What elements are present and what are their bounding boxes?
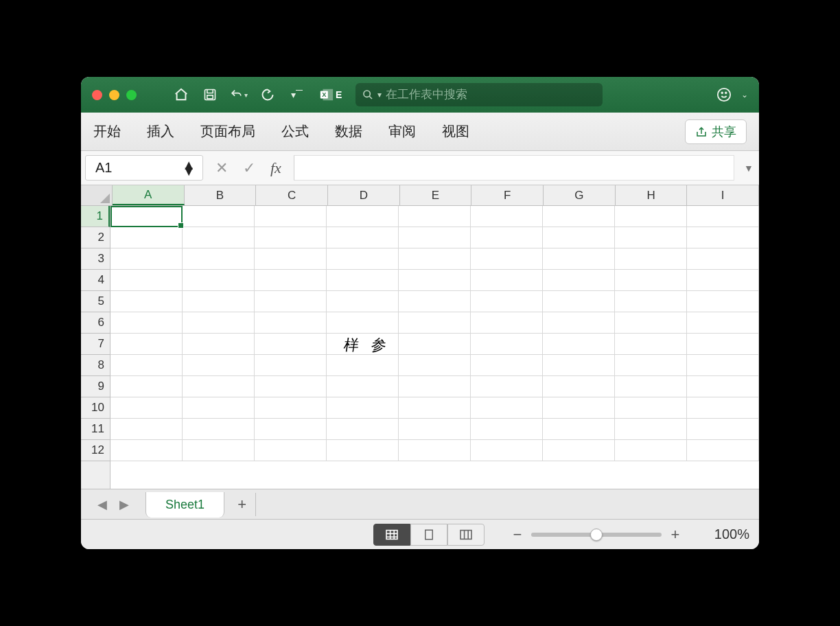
cell[interactable] bbox=[687, 291, 759, 312]
cell[interactable] bbox=[687, 440, 759, 461]
row-header-7[interactable]: 7 bbox=[81, 334, 110, 355]
cell[interactable] bbox=[687, 334, 759, 355]
cell[interactable] bbox=[471, 419, 543, 440]
cell[interactable] bbox=[327, 312, 399, 334]
cell[interactable] bbox=[327, 419, 399, 440]
cell[interactable] bbox=[399, 270, 471, 291]
undo-button[interactable]: ▾ bbox=[230, 86, 248, 104]
cell[interactable] bbox=[615, 248, 687, 270]
cell[interactable] bbox=[255, 440, 327, 461]
cell[interactable] bbox=[327, 291, 399, 312]
cell[interactable] bbox=[615, 270, 687, 291]
col-header-E[interactable]: E bbox=[400, 185, 472, 205]
cell[interactable] bbox=[399, 355, 471, 376]
cell[interactable] bbox=[687, 248, 759, 270]
col-header-H[interactable]: H bbox=[616, 185, 688, 205]
cell[interactable] bbox=[471, 355, 543, 376]
cell[interactable] bbox=[471, 440, 543, 461]
col-header-G[interactable]: G bbox=[544, 185, 616, 205]
cell[interactable] bbox=[255, 227, 327, 248]
cell[interactable] bbox=[327, 248, 399, 270]
formula-expand-button[interactable]: ▼ bbox=[738, 151, 759, 185]
cell[interactable] bbox=[399, 312, 471, 334]
cell[interactable] bbox=[255, 397, 327, 419]
cell[interactable] bbox=[615, 419, 687, 440]
cell[interactable] bbox=[327, 206, 399, 227]
cell[interactable] bbox=[183, 248, 255, 270]
quick-access-more-icon[interactable]: ▾ bbox=[288, 86, 305, 104]
cell[interactable] bbox=[110, 206, 183, 227]
cell[interactable] bbox=[183, 440, 255, 461]
cell[interactable] bbox=[615, 334, 687, 355]
row-header-5[interactable]: 5 bbox=[81, 291, 110, 312]
row-header-6[interactable]: 6 bbox=[81, 312, 110, 334]
feedback-dropdown-icon[interactable]: ⌄ bbox=[741, 90, 748, 100]
cell[interactable] bbox=[687, 376, 759, 397]
row-header-10[interactable]: 10 bbox=[81, 397, 110, 419]
cell[interactable] bbox=[183, 291, 255, 312]
cell[interactable] bbox=[183, 419, 255, 440]
tab-data[interactable]: 数据 bbox=[335, 122, 362, 141]
wordart-text[interactable]: 样 参 bbox=[342, 335, 392, 356]
cell[interactable] bbox=[543, 206, 615, 227]
cell[interactable] bbox=[110, 376, 183, 397]
cell[interactable] bbox=[327, 227, 399, 248]
cell[interactable] bbox=[471, 227, 543, 248]
select-all-corner[interactable] bbox=[81, 185, 113, 205]
zoom-level-label[interactable]: 100% bbox=[701, 526, 749, 542]
cell[interactable] bbox=[471, 312, 543, 334]
cell[interactable] bbox=[255, 248, 327, 270]
cell[interactable] bbox=[399, 440, 471, 461]
cell[interactable] bbox=[687, 355, 759, 376]
cell[interactable] bbox=[543, 419, 615, 440]
search-input[interactable] bbox=[386, 88, 596, 102]
cell[interactable] bbox=[687, 419, 759, 440]
zoom-slider[interactable] bbox=[531, 533, 662, 537]
tab-insert[interactable]: 插入 bbox=[147, 122, 174, 141]
cell[interactable] bbox=[615, 440, 687, 461]
cell[interactable] bbox=[615, 397, 687, 419]
cell[interactable] bbox=[110, 270, 183, 291]
formula-input[interactable] bbox=[294, 155, 734, 181]
cell[interactable] bbox=[327, 376, 399, 397]
row-header-8[interactable]: 8 bbox=[81, 355, 110, 376]
cell[interactable] bbox=[543, 270, 615, 291]
cell[interactable] bbox=[687, 312, 759, 334]
tab-home[interactable]: 开始 bbox=[93, 122, 121, 141]
view-normal-button[interactable] bbox=[373, 524, 410, 546]
sheet-next-button[interactable]: ▶ bbox=[119, 497, 129, 512]
cell[interactable] bbox=[183, 206, 255, 227]
name-box-steppers[interactable]: ▲ ▼ bbox=[182, 162, 196, 174]
fx-label[interactable]: fx bbox=[270, 159, 281, 177]
cell[interactable] bbox=[110, 334, 183, 355]
sheet-prev-button[interactable]: ◀ bbox=[97, 497, 107, 512]
cell[interactable] bbox=[687, 227, 759, 248]
cell[interactable] bbox=[183, 376, 255, 397]
row-header-11[interactable]: 11 bbox=[81, 419, 110, 440]
stepper-down-icon[interactable]: ▼ bbox=[182, 168, 196, 174]
accept-formula-button[interactable]: ✓ bbox=[243, 159, 255, 177]
cell[interactable] bbox=[399, 291, 471, 312]
cell[interactable] bbox=[255, 270, 327, 291]
cell[interactable] bbox=[110, 291, 183, 312]
col-header-I[interactable]: I bbox=[687, 185, 759, 205]
cell[interactable] bbox=[543, 397, 615, 419]
minimize-window-button[interactable] bbox=[109, 90, 119, 100]
view-page-layout-button[interactable] bbox=[410, 524, 447, 546]
cell[interactable] bbox=[183, 334, 255, 355]
tab-review[interactable]: 审阅 bbox=[388, 122, 416, 141]
home-icon[interactable] bbox=[172, 86, 190, 104]
cell[interactable] bbox=[327, 440, 399, 461]
row-header-12[interactable]: 12 bbox=[81, 440, 110, 461]
cell[interactable] bbox=[183, 397, 255, 419]
undo-dropdown-icon[interactable]: ▾ bbox=[244, 91, 248, 99]
share-button[interactable]: 共享 bbox=[685, 119, 747, 144]
col-header-B[interactable]: B bbox=[185, 185, 257, 205]
cell[interactable] bbox=[183, 312, 255, 334]
cell[interactable] bbox=[615, 312, 687, 334]
cell[interactable] bbox=[543, 440, 615, 461]
col-header-C[interactable]: C bbox=[256, 185, 328, 205]
cell[interactable] bbox=[687, 270, 759, 291]
maximize-window-button[interactable] bbox=[126, 90, 137, 100]
cell[interactable] bbox=[255, 376, 327, 397]
